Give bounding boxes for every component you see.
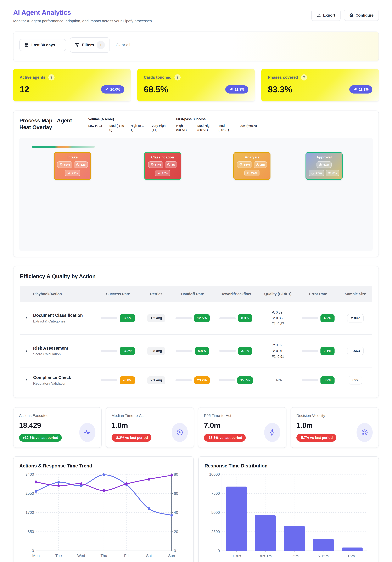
- help-icon[interactable]: ?: [48, 74, 55, 81]
- process-map-card: Process Map - Agent Heat Overlay Volume …: [13, 111, 379, 257]
- rework-pill: 3.1%: [238, 347, 252, 355]
- svg-text:0-30s: 0-30s: [231, 554, 241, 558]
- actions-response-trend-chart: 0850170025503400020406080MonTueWedThuFri…: [19, 470, 188, 561]
- svg-text:40: 40: [174, 510, 178, 515]
- success-rate-pill: 87.5%: [120, 314, 135, 322]
- process-node-classification[interactable]: Classification 84% 8s 13%: [144, 152, 181, 180]
- svg-text:Sat: Sat: [146, 553, 152, 558]
- rework-pill: 15.7%: [237, 376, 253, 384]
- table-header: Playbook/Action Success Rate Retries Han…: [20, 286, 372, 302]
- svg-text:5-15m: 5-15m: [318, 554, 329, 558]
- bar-chart-title: Response Time Distribution: [204, 463, 373, 469]
- svg-text:30s-1m: 30s-1m: [259, 554, 272, 558]
- trend-up-icon: [229, 88, 233, 91]
- expand-row-icon[interactable]: [24, 378, 29, 382]
- export-button[interactable]: Export: [311, 10, 340, 21]
- heat-strip: [32, 146, 95, 148]
- rework-pill: 8.3%: [238, 314, 252, 322]
- bolt-icon: [264, 423, 280, 442]
- svg-text:7500: 7500: [211, 491, 220, 496]
- expand-row-icon[interactable]: [24, 316, 29, 320]
- handoff-bar: [176, 350, 192, 352]
- success-rate-pill: 94.2%: [120, 347, 135, 355]
- page-subtitle: Monitor AI agent performance, adoption, …: [13, 19, 152, 23]
- legend-item: Low (<60%): [239, 124, 257, 132]
- kpi-card-phases-covered: Phases covered ? 83.3% 11.1%: [261, 69, 379, 101]
- svg-text:850: 850: [28, 529, 34, 534]
- success-rate-pill: 76.8%: [120, 376, 135, 384]
- success-legend: First-pass Success: High (90%+) Med-High…: [176, 117, 257, 132]
- action-name: Document Classification: [33, 313, 94, 318]
- kpi-delta-badge: 11.1%: [349, 85, 372, 94]
- help-icon[interactable]: ?: [174, 74, 181, 81]
- success-rate-bar: [101, 350, 117, 352]
- kpi-value: 83.3%: [268, 84, 292, 94]
- process-map-canvas: Intake 62% 12s 21% Classification 84% 8s…: [19, 138, 373, 251]
- kpi-card-cards-touched: Cards touched ? 68.5% 11.9%: [137, 69, 255, 101]
- column-header: Error Rate: [297, 292, 339, 296]
- table-row: Risk Assessment Score Calculation 94.2% …: [20, 335, 372, 367]
- clock-icon: [311, 172, 315, 175]
- metric-card-median-time: Median Time-to-Act 1.0m -8.2% vs last pe…: [106, 407, 194, 448]
- gear-icon: ⚙: [349, 13, 354, 18]
- process-node-analysis[interactable]: Analysis 56% 2m 24%: [233, 152, 271, 180]
- quality-values: P: 0.89R: 0.85F1: 0.87: [272, 310, 284, 327]
- error-rate-pill: 8.9%: [321, 376, 334, 384]
- trend-up-icon: [353, 88, 357, 91]
- process-node-approval[interactable]: Approval 42% 20m 6%: [306, 152, 343, 180]
- handoff-pill: 6%: [326, 170, 339, 176]
- legend-item: High (0 to 1): [131, 124, 148, 132]
- handoff-bar: [176, 317, 192, 319]
- clear-all-link[interactable]: Clear all: [116, 43, 130, 47]
- error-rate-bar: [302, 317, 318, 319]
- svg-text:15m+: 15m+: [347, 554, 357, 558]
- kpi-value: 12: [20, 84, 29, 94]
- table-row: Compliance Check Regulatory Validation 7…: [20, 367, 372, 393]
- people-icon: [157, 172, 161, 175]
- page-header: AI Agent Analytics Monitor AI agent perf…: [13, 9, 379, 23]
- help-icon[interactable]: ?: [301, 74, 307, 81]
- svg-text:Thu: Thu: [100, 553, 107, 558]
- target-icon: [150, 163, 154, 166]
- metric-card-p95-time: P95 Time-to-Act 7.0m -15.3% vs last peri…: [198, 407, 286, 448]
- clock-icon: [256, 163, 259, 166]
- error-rate-bar: [302, 379, 318, 381]
- dashboard-page: AI Agent Analytics Monitor AI agent perf…: [0, 0, 392, 562]
- metric-card-actions-executed: Actions Executed 18.429 +12.5% vs last p…: [13, 407, 102, 448]
- process-map-title: Process Map - Agent Heat Overlay: [19, 117, 81, 132]
- trend-up-icon: [105, 88, 109, 91]
- svg-text:60: 60: [174, 491, 178, 496]
- action-subtitle: Regulatory Validation: [33, 381, 94, 386]
- process-node-intake[interactable]: Intake 62% 12s 21%: [54, 152, 91, 180]
- quality-na: N/A: [276, 378, 282, 382]
- date-range-selector[interactable]: Last 30 days: [19, 39, 66, 51]
- handoff-pill: 23.2%: [194, 376, 210, 384]
- configure-label: Configure: [356, 13, 374, 18]
- people-icon: [328, 172, 331, 175]
- sample-size-pill: 892: [349, 376, 362, 385]
- rework-bar: [219, 379, 235, 381]
- filters-button[interactable]: Filters 1: [70, 37, 109, 53]
- column-header: Rework/Backflow: [213, 292, 258, 296]
- svg-text:Mon: Mon: [32, 553, 40, 558]
- rework-bar: [219, 350, 236, 352]
- date-range-value: Last 30 days: [31, 43, 55, 47]
- header-text: AI Agent Analytics Monitor AI agent perf…: [13, 9, 152, 23]
- volume-legend: Volume (z-score): Low (<-1) Med (-1 to 0…: [88, 117, 169, 132]
- line-chart-card: Actions & Response Time Trend 0850170025…: [13, 456, 194, 562]
- column-header: Handoff Rate: [172, 292, 213, 296]
- svg-text:20: 20: [174, 529, 178, 534]
- sample-size-pill: 2.847: [347, 314, 364, 322]
- funnel-icon: [75, 43, 80, 47]
- kpi-delta-badge: 20.0%: [101, 85, 124, 94]
- expand-row-icon[interactable]: [24, 349, 29, 353]
- metric-cards-row: Actions Executed 18.429 +12.5% vs last p…: [13, 407, 379, 448]
- efficiency-table-card: Efficiency & Quality by Action Playbook/…: [13, 266, 379, 398]
- configure-button[interactable]: ⚙ Configure: [344, 10, 379, 21]
- target-icon: [59, 163, 63, 166]
- handoff-pill: 12.5%: [194, 314, 210, 322]
- handoff-pill: 5.8%: [195, 347, 209, 355]
- svg-text:3400: 3400: [25, 472, 34, 477]
- action-name: Compliance Check: [33, 375, 94, 380]
- error-rate-pill: 2.1%: [321, 347, 334, 355]
